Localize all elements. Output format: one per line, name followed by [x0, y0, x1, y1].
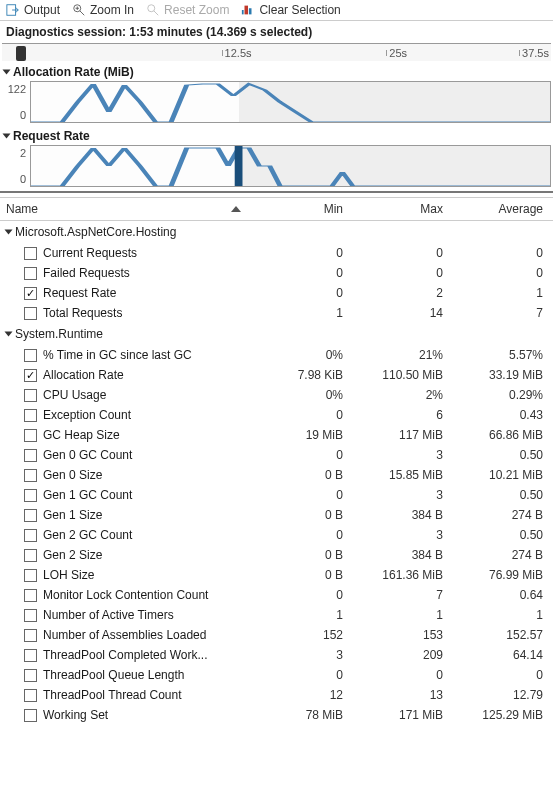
toolbar: Output Zoom In Reset Zoom Clear Selectio… [0, 0, 553, 21]
cell-max: 6 [353, 408, 453, 422]
table-row[interactable]: Exception Count060.43 [0, 405, 553, 425]
clear-selection-icon [241, 3, 255, 17]
group-name: System.Runtime [15, 327, 103, 341]
expand-icon [5, 332, 13, 337]
col-header-avg[interactable]: Average [453, 198, 553, 220]
table-row[interactable]: ThreadPool Thread Count121312.79 [0, 685, 553, 705]
chart-header-requests[interactable]: Request Rate [0, 127, 553, 145]
row-checkbox[interactable] [24, 529, 37, 542]
cell-min: 7.98 KiB [253, 368, 353, 382]
table-row[interactable]: GC Heap Size19 MiB117 MiB66.86 MiB [0, 425, 553, 445]
collapse-icon [3, 70, 11, 75]
expand-icon [5, 230, 13, 235]
table-row[interactable]: Number of Active Timers111 [0, 605, 553, 625]
row-name: ThreadPool Thread Count [43, 688, 182, 702]
col-header-max[interactable]: Max [353, 198, 453, 220]
table-row[interactable]: CPU Usage0%2%0.29% [0, 385, 553, 405]
table-row[interactable]: Current Requests000 [0, 243, 553, 263]
cell-avg: 5.57% [453, 348, 553, 362]
row-checkbox[interactable] [24, 629, 37, 642]
col-header-min[interactable]: Min [253, 198, 353, 220]
table-row[interactable]: Gen 0 Size0 B15.85 MiB10.21 MiB [0, 465, 553, 485]
row-checkbox[interactable] [24, 267, 37, 280]
row-name: Exception Count [43, 408, 131, 422]
row-checkbox[interactable] [24, 469, 37, 482]
cell-min: 0 [253, 528, 353, 542]
row-checkbox[interactable] [24, 409, 37, 422]
table-row[interactable]: Monitor Lock Contention Count070.64 [0, 585, 553, 605]
table-row[interactable]: Working Set78 MiB171 MiB125.29 MiB [0, 705, 553, 725]
row-checkbox[interactable] [24, 589, 37, 602]
collapse-icon [3, 134, 11, 139]
table-row[interactable]: Failed Requests000 [0, 263, 553, 283]
cell-min: 0 B [253, 568, 353, 582]
cell-min: 0% [253, 388, 353, 402]
row-checkbox[interactable] [24, 669, 37, 682]
table-row[interactable]: % Time in GC since last GC0%21%5.57% [0, 345, 553, 365]
row-name: Current Requests [43, 246, 137, 260]
cell-max: 209 [353, 648, 453, 662]
cell-avg: 1 [453, 286, 553, 300]
cell-max: 13 [353, 688, 453, 702]
row-checkbox[interactable] [24, 709, 37, 722]
table-row[interactable]: Number of Assemblies Loaded152153152.57 [0, 625, 553, 645]
table-row[interactable]: ThreadPool Queue Length000 [0, 665, 553, 685]
table-row[interactable]: ThreadPool Completed Work...320964.14 [0, 645, 553, 665]
output-button[interactable]: Output [6, 3, 60, 17]
table-row[interactable]: Gen 2 GC Count030.50 [0, 525, 553, 545]
timeline-ruler[interactable]: 12.5s 25s 37.5s [2, 43, 551, 61]
row-checkbox[interactable] [24, 649, 37, 662]
row-checkbox[interactable] [24, 689, 37, 702]
table-row[interactable]: Total Requests1147 [0, 303, 553, 323]
row-checkbox[interactable] [24, 549, 37, 562]
cell-avg: 7 [453, 306, 553, 320]
row-checkbox[interactable] [24, 247, 37, 260]
table-row[interactable]: Gen 2 Size0 B384 B274 B [0, 545, 553, 565]
chart-header-allocation[interactable]: Allocation Rate (MiB) [0, 63, 553, 81]
chart-area[interactable] [30, 145, 551, 187]
cell-max: 161.36 MiB [353, 568, 453, 582]
svg-line-6 [154, 11, 158, 15]
table-row[interactable]: Gen 1 Size0 B384 B274 B [0, 505, 553, 525]
row-checkbox[interactable] [24, 307, 37, 320]
row-name: Number of Active Timers [43, 608, 174, 622]
row-checkbox[interactable] [24, 349, 37, 362]
row-checkbox[interactable] [24, 389, 37, 402]
cell-avg: 274 B [453, 508, 553, 522]
timeline-thumb[interactable] [16, 46, 26, 61]
group-row[interactable]: Microsoft.AspNetCore.Hosting [0, 221, 553, 243]
zoom-in-button[interactable]: Zoom In [72, 3, 134, 17]
y-min: 0 [20, 173, 26, 185]
row-checkbox[interactable] [24, 369, 37, 382]
reset-zoom-label: Reset Zoom [164, 3, 229, 17]
cell-max: 2% [353, 388, 453, 402]
col-header-name[interactable]: Name [0, 198, 253, 220]
cell-min: 0 [253, 448, 353, 462]
ruler-tick-1: 12.5s [225, 47, 252, 59]
cell-min: 0 [253, 668, 353, 682]
table-row[interactable]: LOH Size0 B161.36 MiB76.99 MiB [0, 565, 553, 585]
table-row[interactable]: Gen 1 GC Count030.50 [0, 485, 553, 505]
row-checkbox[interactable] [24, 609, 37, 622]
cell-avg: 0.50 [453, 488, 553, 502]
clear-selection-button[interactable]: Clear Selection [241, 3, 340, 17]
row-checkbox[interactable] [24, 569, 37, 582]
table-row[interactable]: Allocation Rate7.98 KiB110.50 MiB33.19 M… [0, 365, 553, 385]
y-max: 2 [20, 147, 26, 159]
row-checkbox[interactable] [24, 509, 37, 522]
group-row[interactable]: System.Runtime [0, 323, 553, 345]
svg-line-2 [80, 11, 84, 15]
row-checkbox[interactable] [24, 429, 37, 442]
table-row[interactable]: Gen 0 GC Count030.50 [0, 445, 553, 465]
row-checkbox[interactable] [24, 287, 37, 300]
cell-max: 2 [353, 286, 453, 300]
cell-min: 0 [253, 266, 353, 280]
cell-avg: 0 [453, 266, 553, 280]
table-row[interactable]: Request Rate021 [0, 283, 553, 303]
row-name: Gen 0 GC Count [43, 448, 132, 462]
cell-min: 152 [253, 628, 353, 642]
row-checkbox[interactable] [24, 449, 37, 462]
chart-area[interactable] [30, 81, 551, 123]
cell-avg: 152.57 [453, 628, 553, 642]
row-checkbox[interactable] [24, 489, 37, 502]
